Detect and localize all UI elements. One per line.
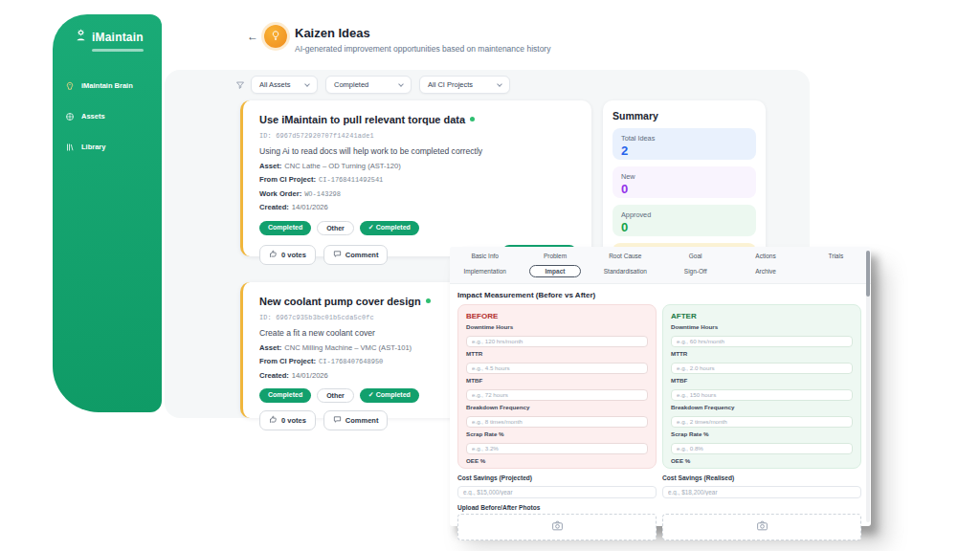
- filter-bar: All Assets Completed All CI Projects: [235, 76, 510, 94]
- cost-realised-label: Cost Savings (Realised): [662, 474, 861, 481]
- tab-archive[interactable]: Archive: [730, 266, 800, 276]
- stat-value: 2: [621, 143, 747, 158]
- card-field-work-order: Work Order:WO-143298: [259, 189, 576, 198]
- card-description: Using Ai to read docs will help work to …: [259, 146, 576, 156]
- modal-scrollbar-thumb[interactable]: [866, 251, 870, 297]
- after-downtime-input[interactable]: [671, 336, 853, 347]
- tab-implementation[interactable]: Implementation: [450, 266, 520, 276]
- upload-after-box[interactable]: [662, 514, 861, 540]
- cost-projected-input[interactable]: [457, 486, 657, 498]
- cost-projected-label: Cost Savings (Projected): [457, 474, 657, 481]
- before-title: BEFORE: [466, 312, 648, 320]
- field-label: OEE %: [671, 457, 853, 464]
- field-label: Breakdown Frequency: [466, 404, 648, 410]
- tab-basic-info[interactable]: Basic Info: [450, 251, 520, 261]
- asset-filter-value: All Assets: [259, 80, 291, 89]
- library-icon: [65, 139, 75, 156]
- comment-icon: [333, 415, 342, 426]
- status-dot: [426, 298, 431, 303]
- before-mttr-input[interactable]: [466, 363, 648, 374]
- thumbs-up-icon: [269, 250, 278, 260]
- lightbulb-badge: [264, 25, 287, 48]
- field-label: Scrap Rate %: [671, 430, 853, 437]
- before-breakdown-input[interactable]: [466, 416, 648, 428]
- camera-icon: [551, 518, 564, 536]
- comment-icon: [333, 250, 342, 260]
- before-downtime-input[interactable]: [466, 336, 648, 347]
- cost-realised-input[interactable]: [662, 486, 861, 498]
- status-filter-dropdown[interactable]: Completed: [325, 76, 412, 94]
- after-panel: AFTER Downtime Hours MTTR MTBF Breakdown…: [662, 304, 861, 469]
- modal-scrollbar[interactable]: [866, 251, 870, 522]
- brain-icon: [65, 77, 75, 95]
- tab-standardisation[interactable]: Standardisation: [590, 266, 660, 276]
- status-badge: Completed: [259, 388, 311, 403]
- asset-filter-dropdown[interactable]: All Assets: [251, 76, 318, 94]
- idea-card: Use iMaintain to pull relevant torque da…: [240, 100, 591, 256]
- sidebar-nav: iMaintain Brain Assets L: [53, 71, 162, 163]
- page-subtitle: AI-generated improvement opportunities b…: [295, 44, 550, 54]
- stat-total-ideas: Total Ideas 2: [612, 128, 756, 160]
- sidebar-item-assets[interactable]: Assets: [53, 101, 162, 132]
- summary-title: Summary: [612, 110, 756, 121]
- votes-button[interactable]: 0 votes: [259, 410, 316, 430]
- status-filter-value: Completed: [334, 80, 368, 89]
- impact-modal: Basic Info Problem Root Cause Goal Actio…: [450, 247, 871, 526]
- category-badge: Other: [317, 388, 354, 403]
- stat-approved: Approved 0: [612, 205, 756, 236]
- project-filter-dropdown[interactable]: All CI Projects: [419, 76, 510, 94]
- category-badge: Other: [317, 221, 354, 235]
- tab-goal[interactable]: Goal: [660, 251, 730, 261]
- field-label: Scrap Rate %: [466, 430, 648, 437]
- card-id: ID: 6967d572920707f14241ade1: [259, 132, 576, 140]
- sidebar-item-imaintain-brain[interactable]: iMaintain Brain: [53, 71, 162, 101]
- tab-impact[interactable]: Impact: [520, 263, 590, 279]
- tab-trials[interactable]: Trials: [801, 251, 871, 261]
- comment-button[interactable]: Comment: [323, 410, 389, 430]
- stat-value: 0: [621, 220, 747, 234]
- sidebar-item-library[interactable]: Library: [53, 132, 162, 163]
- after-mttr-input[interactable]: [671, 363, 853, 374]
- after-title: AFTER: [671, 312, 853, 320]
- gear-person-icon: [74, 28, 88, 46]
- before-after-wrap: BEFORE Downtime Hours MTTR MTBF Breakdow…: [450, 304, 871, 469]
- tab-actions[interactable]: Actions: [730, 251, 800, 261]
- after-breakdown-input[interactable]: [671, 416, 853, 428]
- status-badge: Completed: [259, 221, 311, 235]
- sidebar-item-label: Library: [81, 143, 105, 151]
- tab-root-cause[interactable]: Root Cause: [590, 251, 660, 261]
- votes-button[interactable]: 0 votes: [259, 245, 316, 265]
- lightbulb-icon: [270, 28, 281, 45]
- before-mtbf-input[interactable]: [466, 389, 648, 401]
- project-filter-value: All CI Projects: [428, 80, 473, 89]
- badge-row: Completed Other ✓ Completed: [259, 221, 576, 235]
- tab-sign-off[interactable]: Sign-Off: [660, 266, 730, 276]
- card-title: Use iMaintain to pull relevant torque da…: [259, 110, 576, 127]
- card-field-asset: Asset:CNC Lathe – OD Turning (AST-120): [259, 162, 576, 170]
- header: Kaizen Ideas AI-generated improvement op…: [295, 26, 550, 54]
- after-mtbf-input[interactable]: [671, 389, 853, 401]
- assets-icon: [65, 108, 75, 125]
- sidebar-item-label: Assets: [81, 112, 105, 121]
- field-label: Breakdown Frequency: [671, 404, 853, 410]
- sidebar-item-label: iMaintain Brain: [81, 81, 133, 90]
- tab-problem[interactable]: Problem: [520, 251, 590, 261]
- logo: iMaintain: [74, 28, 162, 46]
- modal-section-title: Impact Measurement (Before vs After): [457, 291, 871, 299]
- cost-savings-row: Cost Savings (Projected) Cost Savings (R…: [450, 474, 871, 498]
- sidebar: iMaintain iMaintain Brain: [53, 14, 162, 412]
- chevron-down-icon: [398, 81, 404, 87]
- before-panel: BEFORE Downtime Hours MTTR MTBF Breakdow…: [457, 304, 657, 469]
- modal-tab-bar: Basic Info Problem Root Cause Goal Actio…: [450, 247, 871, 284]
- field-label: OEE %: [466, 457, 648, 464]
- page: iMaintain iMaintain Brain: [0, 0, 980, 551]
- camera-icon: [756, 518, 768, 536]
- upload-before-box[interactable]: [457, 514, 657, 540]
- before-scrap-input[interactable]: [466, 443, 648, 454]
- back-button[interactable]: ←: [247, 30, 258, 43]
- comment-button[interactable]: Comment: [323, 245, 389, 265]
- field-label: Downtime Hours: [466, 323, 648, 330]
- after-scrap-input[interactable]: [671, 443, 853, 454]
- upload-row: [450, 514, 871, 540]
- field-label: MTBF: [466, 377, 648, 384]
